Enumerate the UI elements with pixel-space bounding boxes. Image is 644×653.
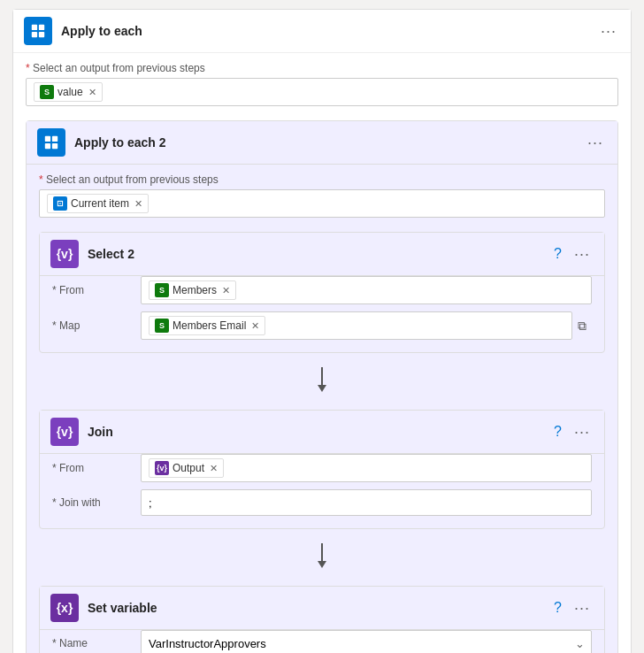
members-token-icon: S <box>155 283 169 297</box>
members-email-token-icon: S <box>155 319 169 333</box>
select-2-icon: {v} <box>50 240 79 268</box>
apply-to-each-title: Apply to each <box>61 24 588 38</box>
set-variable-actions: ? ··· <box>554 599 594 618</box>
select-2-from-input[interactable]: S Members ✕ <box>141 276 592 304</box>
value-token-icon: S <box>40 85 54 99</box>
set-variable-card: {x} Set variable ? ··· * Name VarInstruc… <box>39 586 605 653</box>
join-help-icon[interactable]: ? <box>554 424 562 440</box>
arrow-down-2 <box>39 536 605 579</box>
set-variable-header: {x} Set variable ? ··· <box>40 587 604 630</box>
select-2-from-row: * From S Members ✕ <box>40 276 604 304</box>
select-output-2-label: * Select an output from previous steps <box>39 173 605 186</box>
svg-rect-7 <box>52 143 58 149</box>
join-actions: ? ··· <box>554 423 594 442</box>
join-title: Join <box>88 425 545 439</box>
apply-to-each-2-more-button[interactable]: ··· <box>584 134 607 152</box>
join-more-button[interactable]: ··· <box>571 423 594 442</box>
value-token: S value ✕ <box>34 82 103 102</box>
select-2-header: {v} Select 2 ? ··· <box>40 233 604 276</box>
arrow-down-1 <box>39 360 605 403</box>
select-output-label: * Select an output from previous steps <box>26 62 618 74</box>
apply-to-each-2-icon <box>37 128 65 157</box>
select-2-map-row: * Map S Members Email ✕ ⧉ <box>40 311 604 340</box>
join-icon: {v} <box>50 418 79 446</box>
apply-to-each-2-title: Apply to each 2 <box>74 135 575 150</box>
members-email-token-label: Members Email <box>172 319 246 332</box>
value-token-close[interactable]: ✕ <box>88 87 96 98</box>
members-token-label: Members <box>172 284 217 296</box>
apply-to-each-header: Apply to each ··· <box>13 10 631 53</box>
select-2-from-control: S Members ✕ <box>141 276 592 304</box>
current-item-token-input[interactable]: ⊡ Current item ✕ <box>39 189 605 218</box>
set-variable-name-control: VarInstructorApprovers <box>141 630 592 653</box>
join-with-label: * Join with <box>52 496 141 509</box>
join-from-row: * From {v} Output ✕ <box>40 454 604 482</box>
apply-to-each-card: Apply to each ··· * Select an output fro… <box>12 9 632 653</box>
output-token-icon: {v} <box>155 461 169 475</box>
set-variable-name-label: * Name <box>52 637 141 649</box>
members-token-close[interactable]: ✕ <box>222 285 230 296</box>
value-token-input[interactable]: S value ✕ <box>26 78 618 106</box>
join-with-row: * Join with <box>40 489 604 516</box>
join-from-input[interactable]: {v} Output ✕ <box>141 454 592 482</box>
apply-to-each-2-body: * Select an output from previous steps ⊡… <box>27 165 617 653</box>
select-2-more-button[interactable]: ··· <box>571 245 594 264</box>
set-variable-icon: {x} <box>50 594 79 622</box>
current-item-token: ⊡ Current item ✕ <box>47 194 149 213</box>
select-2-map-input[interactable]: S Members Email ✕ <box>141 311 572 340</box>
current-item-token-label: Current item <box>71 197 129 210</box>
current-item-token-close[interactable]: ✕ <box>134 198 142 210</box>
set-variable-title: Set variable <box>88 601 545 615</box>
select-2-card: {v} Select 2 ? ··· * From S <box>39 232 605 353</box>
set-variable-more-button[interactable]: ··· <box>571 599 594 618</box>
join-card: {v} Join ? ··· * From {v} <box>39 410 605 529</box>
value-token-label: value <box>58 86 83 98</box>
select-2-actions: ? ··· <box>554 245 594 264</box>
apply-to-each-icon <box>24 17 52 45</box>
join-from-control: {v} Output ✕ <box>141 454 592 482</box>
select-2-map-label: * Map <box>52 319 141 332</box>
apply-to-each-body: * Select an output from previous steps S… <box>13 53 631 653</box>
set-variable-name-select[interactable]: VarInstructorApprovers <box>141 630 592 653</box>
svg-rect-3 <box>39 32 44 37</box>
apply-to-each-2-header: Apply to each 2 ··· <box>27 121 617 165</box>
select-2-help-icon[interactable]: ? <box>554 246 562 262</box>
set-variable-help-icon[interactable]: ? <box>554 600 562 616</box>
join-from-label: * From <box>52 462 141 474</box>
svg-rect-6 <box>45 143 50 149</box>
svg-rect-4 <box>45 136 50 142</box>
members-email-token: S Members Email ✕ <box>149 316 265 335</box>
svg-marker-9 <box>318 385 326 392</box>
apply-to-each-2-card: Apply to each 2 ··· * Select an output f… <box>26 120 618 653</box>
output-token: {v} Output ✕ <box>149 458 224 478</box>
set-variable-name-row: * Name VarInstructorApprovers <box>40 630 604 653</box>
output-token-label: Output <box>172 462 204 474</box>
header-actions: ··· <box>597 22 620 41</box>
members-email-token-close[interactable]: ✕ <box>251 320 259 332</box>
join-with-input[interactable] <box>141 489 592 516</box>
svg-rect-1 <box>39 25 44 30</box>
join-header: {v} Join ? ··· <box>40 411 604 454</box>
current-item-token-icon: ⊡ <box>53 196 67 211</box>
svg-rect-2 <box>32 32 37 37</box>
select-2-title: Select 2 <box>88 247 545 261</box>
svg-marker-11 <box>318 561 326 568</box>
copy-icon[interactable]: ⧉ <box>578 319 592 333</box>
join-with-control <box>141 489 592 516</box>
output-token-close[interactable]: ✕ <box>210 463 218 474</box>
svg-rect-5 <box>52 136 58 142</box>
svg-rect-0 <box>32 25 37 30</box>
select-2-from-label: * From <box>52 284 141 296</box>
members-token: S Members ✕ <box>149 280 236 300</box>
select-2-map-control: S Members Email ✕ ⧉ <box>141 311 592 340</box>
apply-to-each-more-button[interactable]: ··· <box>597 22 620 41</box>
